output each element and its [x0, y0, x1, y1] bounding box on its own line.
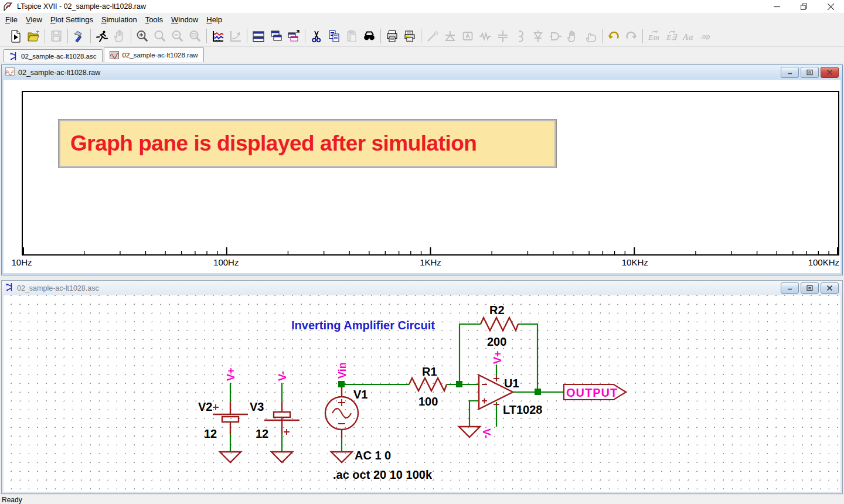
- cascade-windows-arrow-button[interactable]: [285, 28, 302, 45]
- mirror-icon: Em: [647, 29, 661, 43]
- schematic-restore-button[interactable]: [801, 282, 819, 294]
- graph-close-button[interactable]: [821, 67, 839, 78]
- tab-label: 02_sample-ac-lt1028.asc: [21, 53, 97, 60]
- tab-bar: 02_sample-ac-lt1028.asc02_sample-ac-lt10…: [0, 47, 844, 62]
- spice-directive-text: .ac oct 20 10 100k: [333, 468, 433, 481]
- zoom-in-button[interactable]: [134, 28, 151, 45]
- toolbar-separator: [642, 29, 643, 43]
- control-panel-button[interactable]: [70, 28, 88, 45]
- v2-value: 12: [204, 427, 217, 440]
- graph-minimize-button[interactable]: [781, 67, 799, 78]
- schematic-minimize-button[interactable]: [781, 282, 799, 294]
- schematic-window-title: 02_sample-ac-lt1028.asc: [17, 284, 99, 292]
- tab-02_sample-ac-lt1028.asc[interactable]: 02_sample-ac-lt1028.asc: [4, 49, 103, 62]
- frequency-axis-labels: 10Hz100Hz1KHz10KHz100KHz: [22, 257, 839, 268]
- toolbar-separator: [380, 29, 381, 43]
- schematic-window-titlebar[interactable]: 02_sample-ac-lt1028.asc: [2, 281, 842, 295]
- v1-value: AC 1 0: [355, 449, 391, 462]
- menu-help[interactable]: Help: [202, 14, 226, 25]
- new-schematic-button[interactable]: [7, 28, 25, 45]
- net-label-vplus-u1: V+: [492, 350, 503, 364]
- find-button[interactable]: [360, 28, 378, 45]
- zoom-out-icon: [171, 29, 185, 43]
- component-symbols[interactable]: [213, 318, 626, 462]
- move-icon: [566, 29, 580, 43]
- tab-02_sample-ac-lt1028.raw[interactable]: 02_sample-ac-lt1028.raw: [104, 47, 204, 62]
- axis-tick-label: 1KHz: [420, 257, 441, 267]
- menu-file[interactable]: File: [1, 14, 22, 25]
- print-button[interactable]: [383, 28, 401, 45]
- redo-icon: [624, 29, 638, 43]
- menu-tools[interactable]: Tools: [141, 14, 167, 25]
- graph-client[interactable]: Graph pane is displayed after simulation…: [4, 80, 840, 273]
- move-button: [564, 28, 582, 45]
- schematic-client[interactable]: Inverting Amplifier Circuit V2 12 V3 12 …: [4, 295, 840, 492]
- axis-tick-label: 100Hz: [213, 257, 239, 267]
- find-icon: [362, 29, 376, 43]
- zoom-back-icon: [153, 29, 167, 43]
- menu-plot-settings[interactable]: Plot Settings: [46, 14, 97, 25]
- axis-tick-label: 10KHz: [622, 257, 648, 267]
- new-schematic-icon: [9, 29, 23, 43]
- axis-tick-label: 100KHz: [808, 257, 839, 267]
- cut-button[interactable]: [308, 28, 325, 45]
- tile-windows-button[interactable]: [250, 28, 267, 45]
- toolbar-separator: [247, 29, 247, 43]
- restore-button[interactable]: [790, 0, 817, 13]
- text-icon: Aa: [682, 29, 696, 43]
- u1-name: U1: [504, 377, 519, 390]
- window-title: LTspice XVII - 02_sample-ac-lt1028.raw: [17, 2, 146, 11]
- net-label-icon: [461, 29, 475, 43]
- rotate-button: E∃: [663, 28, 680, 45]
- circuit-title: Inverting Amplifier Circuit: [291, 319, 435, 332]
- schematic-icon: [9, 52, 18, 61]
- drag-icon: [584, 29, 598, 43]
- wire-icon: [426, 29, 440, 43]
- title-bar: LTspice XVII - 02_sample-ac-lt1028.raw: [0, 0, 844, 13]
- graph-window: 02_sample-ac-lt1028.raw Graph pane is di…: [1, 64, 843, 275]
- v3-name: V3: [250, 400, 264, 413]
- ground-button: [441, 28, 459, 45]
- print-preview-button[interactable]: [401, 28, 418, 45]
- resistor-icon: [478, 29, 492, 43]
- graph-window-titlebar[interactable]: 02_sample-ac-lt1028.raw: [2, 65, 842, 80]
- capacitor-icon: [496, 29, 510, 43]
- menu-simulation[interactable]: Simulation: [97, 14, 141, 25]
- inductor-icon: [513, 29, 528, 43]
- open-folder-icon: [26, 29, 40, 43]
- toolbar-separator: [421, 29, 421, 43]
- tile-windows-icon: [251, 29, 266, 43]
- r2-name: R2: [489, 304, 505, 316]
- component-button: [547, 28, 564, 45]
- toolbar-separator: [602, 29, 603, 43]
- open-folder-button[interactable]: [25, 28, 42, 45]
- autorange-y-axis-button[interactable]: [209, 28, 227, 45]
- spice-directive-button: .op: [698, 28, 716, 45]
- undo-button[interactable]: [605, 28, 622, 45]
- cascade-windows-arrow-icon: [287, 29, 301, 43]
- r1-value: 100: [418, 395, 438, 408]
- capacitor-button: [494, 28, 512, 45]
- mdi-area: 02_sample-ac-lt1028.raw Graph pane is di…: [0, 62, 844, 495]
- menu-view[interactable]: View: [22, 14, 46, 25]
- svg-text:Em: Em: [648, 33, 659, 42]
- copy-button[interactable]: [325, 28, 343, 45]
- zoom-out-button: [169, 28, 186, 45]
- svg-text:E∃: E∃: [666, 33, 678, 42]
- graph-restore-button[interactable]: [801, 67, 819, 78]
- zoom-in-icon: [135, 29, 149, 43]
- run-button[interactable]: [93, 28, 111, 45]
- close-button[interactable]: [817, 0, 844, 13]
- save-button: [47, 28, 65, 45]
- plot-area[interactable]: Graph pane is displayed after simulation: [22, 91, 839, 256]
- component-v2: [213, 402, 248, 434]
- menu-window[interactable]: Window: [167, 14, 202, 25]
- menu-bar: FileViewPlot SettingsSimulationToolsWind…: [0, 13, 844, 26]
- minimize-button[interactable]: [763, 0, 790, 13]
- tab-label: 02_sample-ac-lt1028.raw: [122, 52, 198, 59]
- r2-value: 200: [487, 335, 506, 348]
- schematic-close-button[interactable]: [821, 282, 839, 294]
- component-v3: [264, 402, 300, 435]
- cascade-windows-button[interactable]: [267, 28, 285, 45]
- mirror-button: Em: [645, 28, 663, 45]
